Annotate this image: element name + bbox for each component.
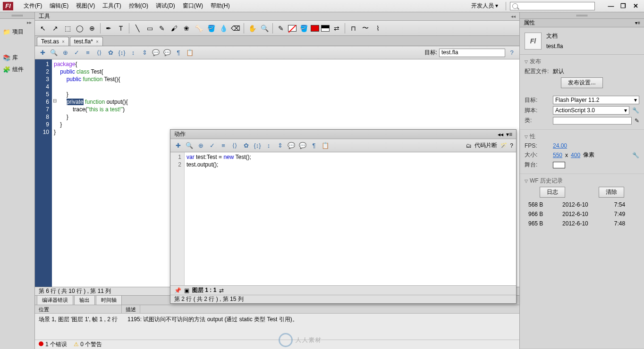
minimize-button[interactable]: — [605,2,617,10]
menu-edit[interactable]: 编辑(E) [46,2,72,10]
tab-compiler-errors[interactable]: 编译器错误 [37,295,73,305]
eyedropper-tool[interactable]: 💧 [218,23,229,33]
autoformat-icon[interactable]: ≡ [83,48,93,58]
nav-icon[interactable]: ⇄ [219,287,224,294]
clear-button[interactable]: 清除 [599,187,624,198]
remove-comment-icon[interactable]: 💬 [162,48,172,58]
brush-tool[interactable]: 🖌 [169,23,179,33]
show-hidden-icon[interactable]: ¶ [309,141,319,150]
code-hint-icon[interactable]: ⟨⟩ [230,141,239,150]
target-icon[interactable]: ⊕ [196,141,205,150]
snap-tool[interactable]: ⊓ [348,23,358,33]
menu-file[interactable]: 文件(F) [20,2,46,10]
dock-grip[interactable] [0,12,34,19]
eraser-tool[interactable]: ⌫ [230,23,241,33]
zoom-tool[interactable]: 🔍 [259,23,270,33]
code-hint-icon[interactable]: ⟨⟩ [94,48,104,58]
menu-developer[interactable]: 开发人员 ▾ [467,2,502,10]
text-tool[interactable]: T [116,23,126,33]
log-button[interactable]: 日志 [540,187,565,198]
stage-color-swatch[interactable] [553,162,565,168]
wrench-icon[interactable]: 🔧 [632,152,639,158]
straighten-tool[interactable]: ⌇ [373,23,383,33]
script-assist-icon[interactable]: 📋 [321,141,330,150]
dock-tab-library[interactable]: 📚库 [0,52,34,64]
fold-marker-icon[interactable]: ⊟ [53,98,57,103]
menu-help[interactable]: 帮助(H) [207,2,234,10]
target-icon[interactable]: ⊕ [60,48,70,58]
collapse-icon[interactable]: ▸▸ [27,20,32,25]
script-select[interactable]: ActionScript 3.0▾ [553,106,629,115]
collapse-selection-icon[interactable]: ↕ [264,141,273,150]
check-syntax-icon[interactable]: ✓ [207,141,217,150]
swap-colors[interactable]: ⇄ [331,23,342,33]
menu-window[interactable]: 窗口(W) [179,2,207,10]
script-assist-icon[interactable]: 📋 [185,48,195,58]
show-hidden-icon[interactable]: ¶ [174,48,183,58]
menu-tools[interactable]: 工具(T) [99,2,125,10]
actions-code-text[interactable]: var test:Test = new Test(); test.output(… [185,152,516,285]
free-transform-tool[interactable]: ⬚ [62,23,73,33]
tab-test-fla[interactable]: test.fla*× [70,37,103,46]
wand-icon[interactable]: 🪄 [500,142,507,149]
fill-color[interactable]: 🪣 [298,23,309,33]
menu-view[interactable]: 视图(V) [72,2,99,10]
debug-options-icon[interactable]: ✿ [106,48,115,58]
close-button[interactable]: ✕ [630,2,641,10]
class-input[interactable] [553,117,632,125]
find-icon[interactable]: 🔍 [185,141,194,150]
find-icon[interactable]: 🔍 [49,48,59,58]
close-icon[interactable]: × [96,39,99,44]
subselection-tool[interactable]: ↗ [50,23,60,33]
panel-menu-icon[interactable]: ▾≡ [635,20,640,25]
panel-collapse-icon[interactable]: ◂◂ [498,131,503,138]
selection-tool[interactable]: ↖ [38,23,48,33]
debug-icon[interactable]: ✿ [241,141,251,150]
autoformat-icon[interactable]: ≡ [219,141,228,150]
menu-control[interactable]: 控制(O) [125,2,152,10]
wrench-icon[interactable]: 🔧 [632,107,639,114]
close-icon[interactable]: × [62,39,65,44]
maximize-button[interactable]: ❐ [618,2,629,10]
bw-swatch[interactable] [321,25,330,32]
search-input[interactable] [510,2,595,10]
target-select[interactable]: test.fla [439,49,505,57]
3d-rotation-tool[interactable]: ⊕ [87,23,97,33]
collapse-selection-icon[interactable]: ↕ [128,48,138,58]
check-syntax-icon[interactable]: ✓ [72,48,81,58]
section-publish[interactable]: 发布 [525,58,639,66]
apply-comment-icon[interactable]: 💬 [287,141,296,150]
dock-grip[interactable] [520,12,644,19]
panel-menu-icon[interactable]: ▾≡ [506,131,512,138]
snippet-icon[interactable]: 🗂 [466,142,472,149]
tab-output[interactable]: 输出 [74,295,95,305]
pen-tool[interactable]: ✒ [103,23,114,33]
expand-all-icon[interactable]: ⇕ [140,48,149,58]
fill-swatch[interactable] [311,25,319,32]
panel-collapse-icon[interactable]: ◂◂ [511,14,516,19]
height-value[interactable]: 400 [571,152,580,158]
tab-test-as[interactable]: Test.as× [37,37,69,46]
expand-all-icon[interactable]: ⇕ [275,141,285,150]
collapse-brace-icon[interactable]: {↕} [117,48,127,58]
pin-icon[interactable]: 📌 [174,287,181,294]
fps-value[interactable]: 24.00 [553,142,567,149]
pencil-tool[interactable]: ✎ [157,23,167,33]
remove-comment-icon[interactable]: 💬 [298,141,307,150]
deco-tool[interactable]: ❀ [181,23,192,33]
pencil-icon[interactable]: ✎ [635,117,639,124]
section-properties[interactable]: 性 [525,133,639,141]
actions-titlebar[interactable]: 动作 ◂◂▾≡ [170,130,516,139]
error-col-location[interactable]: 位置 [35,305,122,313]
help-icon[interactable]: ? [510,142,513,149]
menu-debug[interactable]: 调试(D) [152,2,179,10]
publish-settings-button[interactable]: 发布设置... [561,77,602,88]
table-row[interactable]: 568 B2012-6-107:54 [525,200,638,209]
stroke-color[interactable]: ✎ [276,23,286,33]
line-tool[interactable]: ╲ [132,23,143,33]
layer-navigator[interactable]: 📌 ▣ 图层 1 : 1 ⇄ [170,285,516,295]
table-row[interactable]: 965 B2012-6-107:48 [525,219,638,228]
rectangle-tool[interactable]: ▭ [144,23,155,33]
apply-comment-icon[interactable]: 💬 [151,48,161,58]
dock-tab-components[interactable]: 🧩组件 [0,64,34,75]
